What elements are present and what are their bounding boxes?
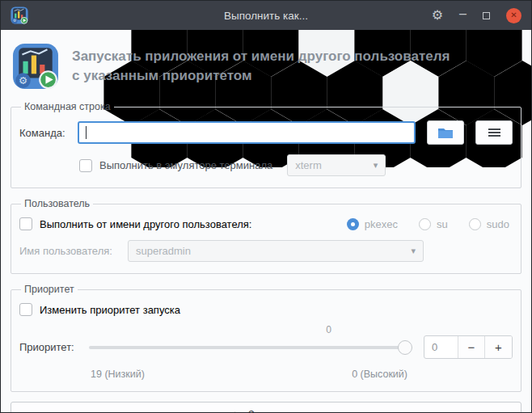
command-input[interactable] xyxy=(79,123,414,142)
close-button[interactable]: ✕ xyxy=(506,8,521,23)
change-priority-label: Изменить приоритет запуска xyxy=(40,304,180,316)
radio-pkexec-label: pkexec xyxy=(365,218,398,230)
run-button[interactable]: ▶ Запустить xyxy=(11,402,521,413)
minimize-button[interactable]: – xyxy=(459,7,467,20)
username-value: superadmin xyxy=(136,245,191,257)
slider-value-label: 0 xyxy=(326,324,331,335)
command-group-legend: Командная строка xyxy=(21,101,114,112)
slider-handle[interactable] xyxy=(398,340,412,355)
text-caret xyxy=(86,126,87,139)
chevron-down-icon: ▾ xyxy=(374,160,378,171)
priority-group: Приоритет Изменить приоритет запуска При… xyxy=(11,284,521,392)
priority-spinbox: 0 − + xyxy=(424,335,513,359)
hamburger-menu-icon xyxy=(488,127,500,138)
radio-sudo-label: sudo xyxy=(487,218,509,230)
play-icon: ▶ xyxy=(234,410,241,413)
scale-low-label: 19 (Низкий) xyxy=(91,369,145,380)
command-label: Команда: xyxy=(19,127,78,139)
radio-pkexec-circle xyxy=(347,218,359,230)
change-priority-checkbox[interactable] xyxy=(19,303,32,316)
page-title: Запускать приложения от имени другого по… xyxy=(72,47,450,86)
radio-su[interactable]: su xyxy=(419,218,448,230)
page-title-line2: с указанным приоритетом xyxy=(72,68,252,83)
slider-track xyxy=(89,346,412,349)
terminal-emulator-select[interactable]: xterm ▾ xyxy=(287,154,386,176)
radio-su-label: su xyxy=(437,218,448,230)
run-as-window: Выполнить как... ⚙ – ✕ Запускать xyxy=(0,0,532,413)
auth-method-radios: pkexec su sudo xyxy=(347,218,509,230)
run-as-other-user-label: Выполнить от имени другого пользователя: xyxy=(40,218,251,230)
priority-slider[interactable]: 0 xyxy=(89,340,412,355)
priority-label: Приоритет: xyxy=(19,341,89,353)
chevron-down-icon: ▾ xyxy=(411,246,416,256)
run-in-terminal-checkbox[interactable] xyxy=(79,159,92,172)
run-button-label: Запустить xyxy=(248,408,298,413)
terminal-emulator-value: xterm xyxy=(295,159,322,171)
app-logo-icon xyxy=(12,43,59,90)
command-line-group: Командная строка Команда: xyxy=(11,101,521,188)
window-body: Запускать приложения от имени другого по… xyxy=(1,30,531,413)
command-input-wrap xyxy=(78,121,416,144)
browse-files-button[interactable] xyxy=(427,120,464,145)
run-in-terminal-label: Выполнить в эмуляторе терминала xyxy=(99,159,272,171)
titlebar: Выполнить как... ⚙ – ✕ xyxy=(1,1,531,30)
radio-pkexec[interactable]: pkexec xyxy=(347,218,398,230)
radio-sudo[interactable]: sudo xyxy=(469,218,509,230)
page-title-line1: Запускать приложения от имени другого по… xyxy=(72,48,450,64)
folder-icon xyxy=(437,126,454,139)
command-menu-button[interactable] xyxy=(475,120,513,145)
radio-su-circle xyxy=(419,218,431,230)
priority-scale: 19 (Низкий) 0 (Высокий) xyxy=(91,369,513,380)
priority-group-legend: Приоритет xyxy=(21,284,78,295)
user-group: Пользователь Выполнить от имени другого … xyxy=(11,198,521,274)
app-icon xyxy=(11,6,28,24)
scale-high-label: 0 (Высокий) xyxy=(352,369,407,380)
spinbox-increment-button[interactable]: + xyxy=(485,336,512,358)
user-group-legend: Пользователь xyxy=(21,198,93,209)
username-label: Имя пользователя: xyxy=(19,245,128,257)
maximize-button[interactable] xyxy=(483,12,490,19)
radio-sudo-circle xyxy=(469,218,481,230)
spinbox-decrement-button[interactable]: − xyxy=(458,336,485,358)
username-select[interactable]: superadmin ▾ xyxy=(128,240,424,262)
spinbox-value[interactable]: 0 xyxy=(424,336,458,358)
run-as-other-user-checkbox[interactable] xyxy=(19,217,32,230)
settings-gear-icon[interactable]: ⚙ xyxy=(432,9,443,22)
header: Запускать приложения от имени другого по… xyxy=(12,43,521,90)
